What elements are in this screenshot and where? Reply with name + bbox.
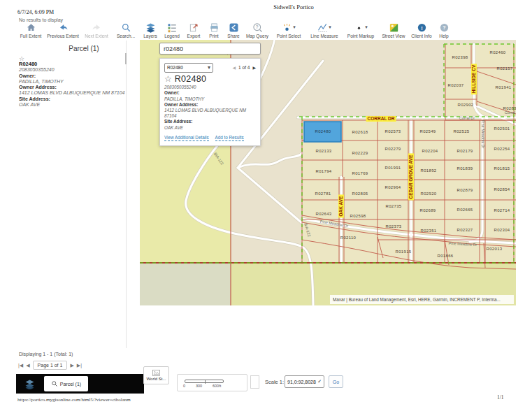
parcel-label-R01794[interactable]: R01794	[316, 169, 332, 173]
toolbar-share-button[interactable]: Share	[224, 22, 243, 38]
last-page-button[interactable]: ▶|	[77, 363, 82, 368]
parcel-label-R02327[interactable]: R02327	[457, 228, 473, 232]
scale-select-caret-icon: ✓	[317, 379, 322, 384]
parcel-label-R01915[interactable]: R01915	[396, 250, 412, 254]
scale-tick-0: 0	[183, 384, 185, 388]
parcel-label-R02157[interactable]: R02157	[497, 66, 513, 71]
chevron-down-icon[interactable]: ▾	[293, 24, 296, 30]
parcel-label-R02831[interactable]: R02831	[503, 106, 516, 110]
parcel-label-R02735[interactable]: R02735	[386, 204, 402, 208]
parcel-label-R01892[interactable]: R01892	[421, 168, 437, 173]
tab-parcel-results[interactable]: Parcel (1)	[44, 376, 88, 391]
sidebar-scrollbar[interactable]	[125, 53, 127, 64]
next-page-button[interactable]: ▶	[70, 363, 73, 368]
scale-select[interactable]: 91,0:92,8028 ✓	[285, 375, 324, 388]
parcel-label-R01866[interactable]: R01866	[438, 254, 454, 258]
parcel-label-R02480[interactable]: R02480	[315, 129, 331, 134]
parcel-label-R02643[interactable]: R02643	[316, 212, 332, 216]
scale-value: 91,0:92,8028	[287, 380, 316, 384]
toolbar-export-button[interactable]: Export	[184, 22, 203, 38]
scale-tick-300: 300	[196, 384, 202, 388]
parcel-label-R02179[interactable]: R02179	[457, 149, 473, 153]
prev-result-button[interactable]: ◀	[232, 65, 236, 71]
toolbar-full-extent-button[interactable]: Full Extent	[17, 22, 44, 38]
chevron-down-icon[interactable]: ▾	[329, 24, 331, 30]
chevron-down-icon[interactable]: ▾	[365, 24, 368, 30]
map-search-input[interactable]	[159, 43, 261, 55]
parcel-label-R02279[interactable]: R02279	[385, 147, 401, 151]
print-icon	[209, 22, 220, 33]
toolbar-button-label: Client Info	[411, 34, 431, 38]
first-page-button[interactable]: |◀	[18, 363, 23, 368]
parcel-label-R02013[interactable]: R02013	[487, 247, 503, 251]
parcel-label-R02902[interactable]: R02902	[458, 103, 474, 107]
parcel-label-R02549[interactable]: R02549	[420, 129, 436, 134]
next-result-button[interactable]: ▶	[252, 65, 256, 71]
parcel-label-R02133[interactable]: R02133	[316, 149, 332, 153]
toolbar-legend-button[interactable]: Legend	[161, 22, 182, 38]
parcel-label-R02398[interactable]: R02398	[452, 55, 468, 59]
result-select[interactable]: R02480 ▾	[164, 63, 213, 73]
parcel-label-R02854[interactable]: R02854	[494, 187, 510, 192]
add-to-results-link[interactable]: Add to Results	[215, 135, 244, 141]
basemap-button[interactable]: World St...	[143, 366, 169, 384]
result-select-value: R02480	[167, 65, 183, 71]
toolbar-layers-button[interactable]: Layers	[141, 22, 160, 38]
parcel-label-R02204[interactable]: R02204	[422, 149, 438, 153]
toolbar-point-markup-button[interactable]: ▾Point Markup	[343, 22, 378, 38]
tab-parcel-label: Parcel (1)	[60, 382, 81, 387]
parcel-label-R02110[interactable]: R02110	[340, 236, 356, 240]
toolbar-client-info-button[interactable]: !Client Info	[409, 22, 434, 38]
prev-page-button[interactable]: ◀	[26, 363, 29, 368]
owner-address-label: Owner Address:	[19, 85, 125, 90]
parcel-label-R02351[interactable]: R02351	[421, 229, 437, 233]
parcel-label-R02525[interactable]: R02525	[454, 129, 470, 134]
page-indicator: Page 1 of 1	[33, 361, 68, 370]
toolbar-street-view-button[interactable]: Street View	[380, 22, 408, 38]
layers-tab-icon[interactable]	[24, 379, 35, 389]
parcel-label-R02304[interactable]: R02304	[494, 228, 510, 232]
toolbar-help-button[interactable]: ?Help	[436, 22, 452, 38]
toolbar-previous-extent-button[interactable]: Previous Extent	[45, 22, 80, 38]
parcel-label-R02229[interactable]: R02229	[352, 151, 368, 155]
go-button[interactable]: Go	[329, 375, 343, 388]
parcel-label-R02781[interactable]: R02781	[315, 192, 331, 196]
print-footer-page: 1/1	[497, 394, 504, 401]
parcel-label-R02920[interactable]: R02920	[421, 192, 437, 196]
parcel-label-R01815[interactable]: R01815	[494, 166, 510, 171]
parcel-label-R02689[interactable]: R02689	[420, 208, 436, 212]
parcel-label-R02573[interactable]: R02573	[385, 129, 401, 134]
toolbar-map-query-button[interactable]: ?Map Query	[244, 22, 271, 38]
toolbar-search-button[interactable]: Search...	[113, 22, 139, 38]
parcel-result-item[interactable]: ☆ R02480 2083050355240 Owner: PADILLA, T…	[19, 56, 125, 108]
parcel-label-R02618[interactable]: R02618	[352, 130, 368, 134]
toolbar-point-select-button[interactable]: ▾Point Select	[272, 22, 305, 38]
parcel-label-R02037[interactable]: R02037	[448, 83, 464, 87]
parcel-label-R01991[interactable]: R01991	[385, 166, 401, 170]
parcel-label-R01769[interactable]: R01769	[352, 171, 368, 175]
parcel-label-R02460[interactable]: R02460	[490, 50, 506, 55]
parcel-label-R01839[interactable]: R01839	[457, 166, 473, 171]
scale-bar-graphic	[185, 380, 224, 383]
parcel-label-R02501[interactable]: R02501	[494, 127, 510, 131]
parcel-label-R02373[interactable]: R02373	[386, 224, 402, 229]
popup-parcel-id: R02480	[175, 76, 207, 82]
parcel-label-R02805[interactable]: R02805	[352, 192, 368, 196]
view-additional-details-link[interactable]: View Additional Details	[164, 135, 209, 141]
sidebar-divider	[126, 41, 127, 348]
point-select-icon: ▾	[282, 22, 296, 33]
toolbar-button-label: Point Markup	[347, 34, 374, 38]
toolbar-button-label: Full Extent	[20, 34, 42, 38]
favorite-star-icon[interactable]: ☆	[164, 76, 172, 82]
parcel-label-R02964[interactable]: R02964	[385, 185, 401, 189]
parcel-label-R02879[interactable]: R02879	[457, 188, 473, 192]
toolbar-line-measure-button[interactable]: ▾Line Measure	[307, 22, 342, 38]
parcel-label-R02665[interactable]: R02665	[457, 208, 473, 212]
toolbar-print-button[interactable]: Print	[205, 22, 223, 38]
parcel-label-R02714[interactable]: R02714	[494, 208, 510, 212]
parcel-label-R02254[interactable]: R02254	[494, 147, 510, 151]
toolbar-button-label: Street View	[382, 34, 405, 38]
toolbar-button-label: Help	[439, 34, 448, 38]
parcel-label-R01941[interactable]: R01941	[496, 85, 512, 89]
parcel-label-R02598[interactable]: R02598	[350, 214, 366, 218]
